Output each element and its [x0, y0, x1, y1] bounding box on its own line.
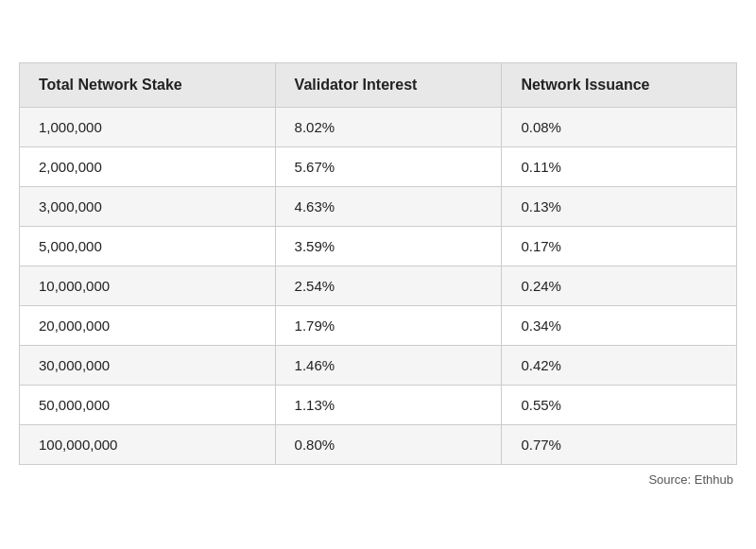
cell-stake: 10,000,000: [20, 266, 276, 306]
table-row: 1,000,0008.02%0.08%: [20, 108, 737, 147]
cell-network-issuance: 0.77%: [502, 425, 737, 465]
cell-network-issuance: 0.11%: [502, 147, 737, 187]
cell-validator-interest: 5.67%: [275, 147, 502, 187]
table-row: 2,000,0005.67%0.11%: [20, 147, 737, 187]
cell-validator-interest: 4.63%: [275, 187, 502, 227]
table-row: 5,000,0003.59%0.17%: [20, 227, 737, 266]
cell-network-issuance: 0.55%: [502, 386, 737, 425]
cell-validator-interest: 8.02%: [275, 108, 502, 147]
cell-validator-interest: 3.59%: [275, 227, 502, 266]
cell-network-issuance: 0.13%: [502, 187, 737, 227]
header-total-network-stake: Total Network Stake: [20, 63, 276, 108]
table-row: 20,000,0001.79%0.34%: [20, 306, 737, 346]
cell-stake: 50,000,000: [20, 386, 276, 425]
cell-network-issuance: 0.34%: [502, 306, 737, 346]
cell-validator-interest: 2.54%: [275, 266, 502, 306]
source-text: Source: Ethhub: [19, 472, 737, 487]
cell-validator-interest: 0.80%: [275, 425, 502, 465]
cell-stake: 100,000,000: [20, 425, 276, 465]
cell-validator-interest: 1.46%: [275, 346, 502, 386]
table-row: 3,000,0004.63%0.13%: [20, 187, 737, 227]
table-row: 100,000,0000.80%0.77%: [20, 425, 737, 465]
header-network-issuance: Network Issuance: [502, 63, 737, 108]
cell-network-issuance: 0.08%: [502, 108, 737, 147]
cell-stake: 30,000,000: [20, 346, 276, 386]
cell-validator-interest: 1.79%: [275, 306, 502, 346]
header-validator-interest: Validator Interest: [275, 63, 502, 108]
cell-stake: 3,000,000: [20, 187, 276, 227]
cell-network-issuance: 0.24%: [502, 266, 737, 306]
cell-stake: 2,000,000: [20, 147, 276, 187]
cell-network-issuance: 0.17%: [502, 227, 737, 266]
data-table: Total Network Stake Validator Interest N…: [19, 62, 737, 465]
table-row: 30,000,0001.46%0.42%: [20, 346, 737, 386]
cell-stake: 5,000,000: [20, 227, 276, 266]
cell-validator-interest: 1.13%: [275, 386, 502, 425]
cell-network-issuance: 0.42%: [502, 346, 737, 386]
table-header-row: Total Network Stake Validator Interest N…: [20, 63, 737, 108]
table-row: 10,000,0002.54%0.24%: [20, 266, 737, 306]
cell-stake: 1,000,000: [20, 108, 276, 147]
cell-stake: 20,000,000: [20, 306, 276, 346]
table-row: 50,000,0001.13%0.55%: [20, 386, 737, 425]
table-wrapper: Total Network Stake Validator Interest N…: [19, 62, 737, 487]
